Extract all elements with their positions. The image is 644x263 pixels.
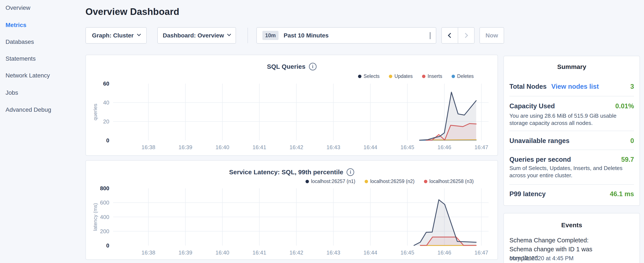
prev-range-button[interactable] <box>442 28 458 43</box>
events-panel: Events Schema Change Completed: Schema c… <box>504 213 640 263</box>
event-item-timestamp: May 13, 2020 at 4:45 PM <box>510 255 574 262</box>
svg-text:16:41: 16:41 <box>252 249 266 256</box>
capacity-used-value: 0.01% <box>615 102 634 110</box>
svg-text:60: 60 <box>103 80 109 87</box>
divider <box>510 131 634 131</box>
graph-dropdown-label: Graph: Cluster <box>92 32 134 39</box>
svg-text:16:45: 16:45 <box>400 144 414 150</box>
divider <box>510 96 634 96</box>
page-title: Overview Dashboard <box>86 7 179 17</box>
sidebar: Overview Metrics Databases Statements Ne… <box>0 0 86 263</box>
svg-text:200: 200 <box>100 228 109 234</box>
unavailable-ranges-label: Unavailable ranges <box>510 137 570 145</box>
svg-text:20: 20 <box>103 118 109 125</box>
p99-latency-value: 46.1 ms <box>610 190 634 198</box>
svg-text:16:44: 16:44 <box>363 144 377 150</box>
dashboard-dropdown[interactable]: Dashboard: Overview <box>157 27 236 44</box>
svg-text:16:46: 16:46 <box>437 249 451 256</box>
capacity-used-label: Capacity Used <box>510 102 555 110</box>
svg-text:16:40: 16:40 <box>216 249 229 256</box>
next-range-button[interactable] <box>458 28 474 43</box>
summary-title: Summary <box>504 63 640 70</box>
now-button[interactable]: Now <box>480 27 504 44</box>
svg-text:16:45: 16:45 <box>400 249 414 256</box>
svg-text:0: 0 <box>106 242 109 249</box>
queries-per-second-label: Queries per second <box>510 156 571 163</box>
svg-text:16:38: 16:38 <box>142 249 155 256</box>
svg-text:16:41: 16:41 <box>252 144 266 150</box>
svg-text:queries: queries <box>92 104 98 120</box>
svg-text:16:44: 16:44 <box>363 249 377 256</box>
svg-text:600: 600 <box>100 199 109 206</box>
sidebar-item-network-latency[interactable]: Network Latency <box>6 71 50 80</box>
divider <box>510 150 634 150</box>
svg-text:16:46: 16:46 <box>437 144 451 150</box>
events-title: Events <box>504 221 640 229</box>
svg-text:16:38: 16:38 <box>142 144 155 150</box>
svg-text:16:39: 16:39 <box>178 144 192 150</box>
svg-text:16:43: 16:43 <box>326 144 340 150</box>
total-nodes-value: 3 <box>630 83 634 90</box>
time-range-label: Past 10 Minutes <box>284 32 329 39</box>
svg-text:16:47: 16:47 <box>474 249 488 256</box>
chevron-down-icon <box>227 32 231 36</box>
p99-latency-row: P99 latency 46.1 ms <box>510 189 634 199</box>
total-nodes-row: Total Nodes View nodes list 3 <box>510 81 634 92</box>
svg-text:16:39: 16:39 <box>178 249 192 256</box>
service-latency-chart-card: Service Latency: SQL, 99th percentile i … <box>86 160 498 260</box>
sidebar-item-advanced-debug[interactable]: Advanced Debug <box>6 106 51 114</box>
sidebar-item-metrics[interactable]: Metrics <box>6 21 26 29</box>
capacity-used-description: You are using 28.6 MiB of 515.9 GiB usab… <box>510 112 634 127</box>
sidebar-item-statements[interactable]: Statements <box>6 55 36 63</box>
sidebar-item-jobs[interactable]: Jobs <box>6 89 18 97</box>
sql-queries-chart: 16:3816:3916:4016:4116:4216:4316:4416:45… <box>86 55 498 157</box>
chevron-left-icon <box>448 33 453 38</box>
svg-text:16:47: 16:47 <box>474 144 488 150</box>
queries-per-second-row: Queries per second 59.7 <box>510 154 634 165</box>
svg-text:16:42: 16:42 <box>289 144 303 150</box>
svg-text:40: 40 <box>103 99 109 106</box>
svg-text:800: 800 <box>100 185 109 191</box>
time-pager <box>442 27 474 44</box>
view-nodes-list-link[interactable]: View nodes list <box>551 83 599 90</box>
divider <box>510 184 634 185</box>
unavailable-ranges-row: Unavailable ranges 0 <box>510 136 634 146</box>
svg-text:latency (ms): latency (ms) <box>92 203 98 231</box>
svg-text:0: 0 <box>106 137 109 144</box>
summary-panel: Summary Total Nodes View nodes list 3 Ca… <box>504 56 640 206</box>
time-range-dropdown[interactable]: 10m Past 10 Minutes <box>256 27 436 44</box>
capacity-used-row: Capacity Used 0.01% <box>510 101 634 112</box>
svg-text:16:43: 16:43 <box>326 249 340 256</box>
chevron-down-icon <box>430 32 430 39</box>
controls-divider <box>248 28 248 43</box>
queries-per-second-value: 59.7 <box>621 156 634 163</box>
chevron-right-icon <box>463 33 468 38</box>
service-latency-chart: 16:3816:3916:4016:4116:4216:4316:4416:45… <box>86 161 498 261</box>
svg-text:400: 400 <box>100 214 109 220</box>
svg-text:16:42: 16:42 <box>289 249 303 256</box>
unavailable-ranges-value: 0 <box>630 137 634 145</box>
total-nodes-label: Total Nodes <box>510 83 546 90</box>
svg-text:16:40: 16:40 <box>216 144 229 150</box>
dashboard-dropdown-label: Dashboard: Overview <box>163 32 224 39</box>
sidebar-item-overview[interactable]: Overview <box>6 4 30 12</box>
time-range-badge: 10m <box>262 31 278 40</box>
chevron-down-icon <box>137 32 141 36</box>
sidebar-item-databases[interactable]: Databases <box>6 38 34 46</box>
graph-dropdown[interactable]: Graph: Cluster <box>86 27 147 44</box>
queries-per-second-description: Sum of Selects, Updates, Inserts, and De… <box>510 164 634 179</box>
p99-latency-label: P99 latency <box>510 190 546 198</box>
sql-queries-chart-card: SQL Queries i SelectsUpdatesInsertsDelet… <box>86 55 498 156</box>
